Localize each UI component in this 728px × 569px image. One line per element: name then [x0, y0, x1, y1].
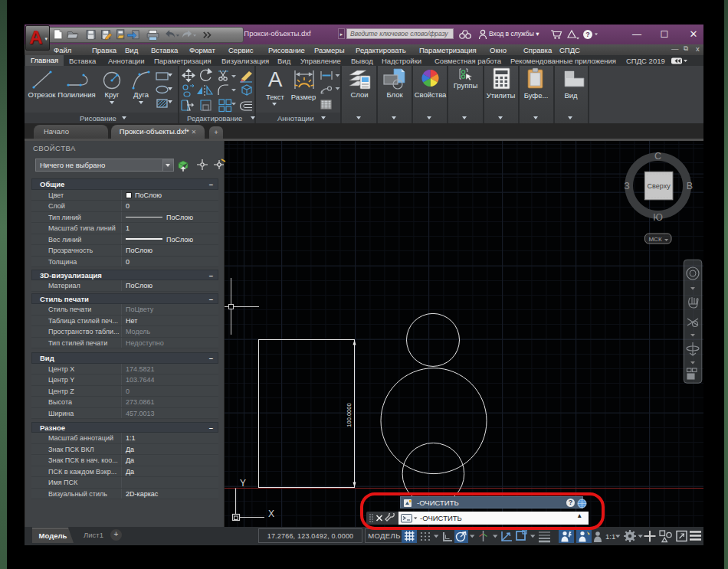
svg-text:1:1: 1:1	[605, 532, 615, 541]
svg-text:X: X	[268, 509, 274, 519]
svg-text:Ю: Ю	[653, 212, 663, 223]
svg-text:Сверху: Сверху	[648, 182, 671, 190]
svg-text:?: ?	[585, 31, 590, 38]
svg-text:В: В	[687, 181, 693, 191]
svg-text:Y: Y	[240, 478, 246, 489]
svg-text:100.0000: 100.0000	[346, 403, 353, 427]
svg-text:С: С	[654, 151, 661, 162]
svg-text:МСК: МСК	[648, 236, 661, 243]
svg-text:З: З	[624, 181, 630, 191]
svg-text:А: А	[268, 67, 283, 91]
